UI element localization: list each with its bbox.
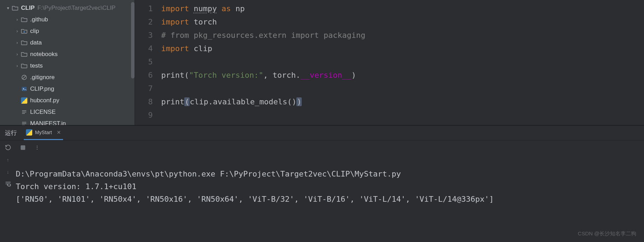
image-icon	[20, 86, 28, 92]
folder-icon	[20, 51, 28, 57]
tree-item-label: hubconf.py	[30, 97, 59, 104]
chevron-right-icon: ›	[14, 40, 20, 45]
tree-item[interactable]: CLIP.png	[0, 83, 135, 95]
tree-item-label: clip	[30, 28, 39, 35]
project-root-path: F:\PyProject\Target2vec\CLIP	[37, 5, 116, 12]
code-body[interactable]: import numpy as np import torch # from p…	[161, 0, 644, 125]
run-tab-bar: 运行 MyStart ✕	[0, 126, 644, 140]
chevron-right-icon: ›	[14, 29, 20, 34]
run-panel-label: 运行	[5, 129, 17, 137]
chevron-right-icon: ›	[14, 52, 20, 57]
svg-line-2	[23, 76, 26, 79]
run-tab-active[interactable]: MyStart ✕	[24, 126, 63, 140]
chevron-right-icon: ›	[14, 17, 20, 22]
chevron-down-icon: ▾	[5, 6, 11, 11]
up-icon[interactable]: ↑	[7, 157, 9, 163]
console-line: Torch version: 1.7.1+cu101	[16, 182, 136, 191]
tree-item-label: MANIFEST.in	[30, 120, 66, 125]
pkg-icon	[20, 28, 28, 34]
run-controls: ⋮	[0, 140, 644, 154]
python-icon	[26, 129, 32, 136]
svg-rect-11	[21, 145, 25, 150]
run-panel: 运行 MyStart ✕ ⋮ ↑ ↓ D:\ProgramData\Anacon…	[0, 125, 644, 242]
run-console[interactable]: D:\ProgramData\Anaconda3\envs\pt\python.…	[16, 154, 644, 242]
project-tree[interactable]: ▾ CLIP F:\PyProject\Target2vec\CLIP ›.gi…	[0, 0, 135, 125]
tree-item-label: CLIP.png	[30, 85, 54, 92]
tree-item-label: data	[30, 39, 42, 46]
text-icon	[20, 109, 28, 115]
tree-item-label: notebooks	[30, 51, 57, 58]
python-icon	[20, 97, 28, 104]
tree-item[interactable]: MANIFEST.in	[0, 118, 135, 125]
tree-item-label: LICENSE	[30, 109, 56, 116]
tree-item[interactable]: ›data	[0, 37, 135, 48]
tree-item[interactable]: LICENSE	[0, 106, 135, 118]
svg-point-0	[23, 31, 25, 33]
stop-icon[interactable]	[20, 145, 26, 150]
tree-item[interactable]: ›notebooks	[0, 48, 135, 60]
soft-wrap-icon[interactable]	[5, 181, 12, 187]
tree-item[interactable]: hubconf.py	[0, 95, 135, 106]
svg-rect-3	[22, 87, 27, 91]
run-tab-name: MyStart	[35, 130, 52, 135]
line-gutter: 123456789	[135, 0, 161, 125]
tree-item[interactable]: ›.github	[0, 14, 135, 25]
folder-icon	[20, 63, 28, 68]
scrollbar-thumb[interactable]	[131, 2, 135, 78]
watermark-text: CSDN @长沙知名李二狗	[578, 227, 636, 240]
tree-item-label: .gitignore	[30, 74, 55, 81]
more-icon[interactable]: ⋮	[35, 145, 40, 150]
project-root-name: CLIP	[21, 5, 35, 12]
tree-item[interactable]: .gitignore	[0, 71, 135, 83]
run-side-controls: ↑ ↓	[0, 154, 16, 242]
close-icon[interactable]: ✕	[57, 130, 61, 135]
tree-item-label: .github	[30, 16, 48, 23]
console-line: D:\ProgramData\Anaconda3\envs\pt\python.…	[16, 170, 401, 178]
down-icon[interactable]: ↓	[7, 169, 9, 175]
text-icon	[20, 121, 28, 125]
tree-item[interactable]: ›clip	[0, 25, 135, 37]
console-line: ['RN50', 'RN101', 'RN50x4', 'RN50x16', '…	[16, 195, 494, 203]
tree-item-label: tests	[30, 62, 43, 69]
tree-root[interactable]: ▾ CLIP F:\PyProject\Target2vec\CLIP	[0, 2, 135, 14]
code-editor[interactable]: 123456789 import numpy as np import torc…	[135, 0, 644, 125]
tree-item[interactable]: ›tests	[0, 60, 135, 71]
folder-icon	[20, 17, 28, 22]
folder-icon	[20, 40, 28, 45]
folder-icon	[11, 5, 19, 11]
ignore-icon	[20, 75, 28, 80]
rerun-icon[interactable]	[5, 144, 11, 151]
chevron-right-icon: ›	[14, 63, 20, 68]
